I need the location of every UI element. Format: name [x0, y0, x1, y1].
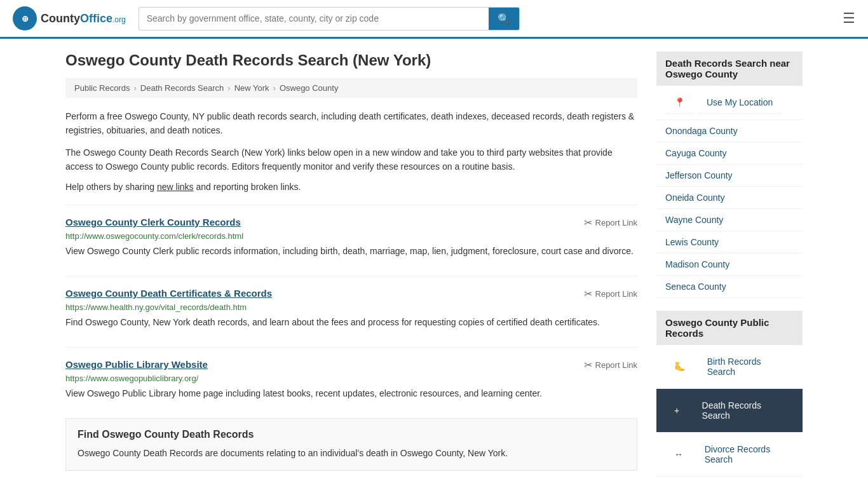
sidebar-death-records[interactable]: + Death Records Search [656, 389, 803, 433]
menu-button[interactable]: ☰ [843, 10, 855, 27]
new-links-link[interactable]: new links [157, 182, 194, 192]
location-pin-icon: 📍 [665, 92, 694, 114]
record-entry-1: Oswego County Death Certificates & Recor… [65, 276, 637, 329]
record-url-1[interactable]: https://www.health.ny.gov/vital_records/… [65, 302, 637, 312]
svg-text:⊕: ⊕ [22, 14, 29, 24]
sidebar-nearby-list: 📍 Use My Location Onondaga County Cayuga… [656, 86, 803, 298]
record-desc-2: View Oswego Public Library home page inc… [65, 387, 637, 400]
divorce-records-icon: ↔ [665, 444, 691, 465]
sidebar-nearby-title: Death Records Search near Oswego County [656, 51, 803, 86]
description-1: Perform a free Oswego County, NY public … [65, 109, 637, 138]
sidebar-public-records-title: Oswego County Public Records [656, 311, 803, 345]
find-section: Find Oswego County Death Records Oswego … [65, 418, 637, 471]
header: ⊕ CountyOffice.org 🔍 ☰ [0, 0, 868, 39]
sidebar-item-jefferson[interactable]: Jefferson County [656, 165, 803, 187]
record-desc-1: Find Oswego County, New York death recor… [65, 316, 637, 329]
record-url-2[interactable]: https://www.oswegopubliclibrary.org/ [65, 374, 637, 383]
search-button[interactable]: 🔍 [489, 8, 519, 30]
breadcrumb: Public Records › Death Records Search › … [65, 78, 637, 98]
find-section-title: Find Oswego County Death Records [78, 429, 625, 440]
death-records-icon: + [665, 400, 688, 421]
report-link-btn-2[interactable]: ✂ Report Link [584, 359, 637, 371]
sidebar-genealogy-search[interactable]: ? Genealogy Search [656, 477, 803, 488]
birth-records-icon: 🦶 [665, 356, 693, 377]
sidebar-item-cayuga[interactable]: Cayuga County [656, 142, 803, 165]
main-container: Oswego County Death Records Search (New … [53, 39, 815, 488]
logo-text: CountyOffice.org [41, 12, 126, 25]
help-text: Help others by sharing new links and rep… [65, 182, 637, 192]
record-url-0[interactable]: http://www.oswegocounty.com/clerk/record… [65, 231, 637, 241]
breadcrumb-new-york[interactable]: New York [234, 83, 269, 93]
record-title-1[interactable]: Oswego County Death Certificates & Recor… [65, 288, 272, 299]
sidebar-item-seneca[interactable]: Seneca County [656, 276, 803, 298]
logo-icon: ⊕ [13, 6, 37, 30]
breadcrumb-death-records-search[interactable]: Death Records Search [140, 83, 224, 93]
record-entry-0: Oswego County Clerk County Records ✂ Rep… [65, 205, 637, 258]
breadcrumb-current: Oswego County [280, 83, 339, 93]
sidebar-item-madison[interactable]: Madison County [656, 254, 803, 276]
record-title-2[interactable]: Oswego Public Library Website [65, 359, 208, 370]
sidebar-use-my-location[interactable]: 📍 Use My Location [656, 86, 803, 120]
record-title-0[interactable]: Oswego County Clerk County Records [65, 217, 241, 227]
search-input[interactable] [139, 8, 489, 29]
logo[interactable]: ⊕ CountyOffice.org [13, 6, 126, 30]
sidebar-item-lewis[interactable]: Lewis County [656, 231, 803, 254]
sidebar-item-oneida[interactable]: Oneida County [656, 187, 803, 209]
sidebar: Death Records Search near Oswego County … [656, 51, 803, 488]
report-icon-0: ✂ [584, 217, 592, 229]
page-title: Oswego County Death Records Search (New … [65, 51, 637, 69]
sidebar-item-wayne[interactable]: Wayne County [656, 209, 803, 231]
search-bar: 🔍 [139, 7, 520, 30]
sidebar-public-records-list: 🦶 Birth Records Search + Death Records S… [656, 345, 803, 488]
report-link-btn-0[interactable]: ✂ Report Link [584, 217, 637, 229]
record-entry-2: Oswego Public Library Website ✂ Report L… [65, 347, 637, 400]
sidebar-nearby-section: Death Records Search near Oswego County … [656, 51, 803, 298]
breadcrumb-public-records[interactable]: Public Records [74, 83, 130, 93]
report-link-btn-1[interactable]: ✂ Report Link [584, 288, 637, 300]
sidebar-birth-records[interactable]: 🦶 Birth Records Search [656, 345, 803, 389]
sidebar-divorce-records[interactable]: ↔ Divorce Records Search [656, 433, 803, 477]
record-desc-0: View Oswego County Clerk public records … [65, 245, 637, 258]
content-area: Oswego County Death Records Search (New … [65, 51, 637, 488]
genealogy-icon: ? [665, 482, 688, 488]
description-2: The Oswego County Death Records Search (… [65, 146, 637, 174]
report-icon-2: ✂ [584, 359, 592, 371]
sidebar-item-onondaga[interactable]: Onondaga County [656, 120, 803, 142]
sidebar-public-records-section: Oswego County Public Records 🦶 Birth Rec… [656, 311, 803, 488]
report-icon-1: ✂ [584, 288, 592, 300]
find-section-description: Oswego County Death Records are document… [78, 447, 625, 460]
